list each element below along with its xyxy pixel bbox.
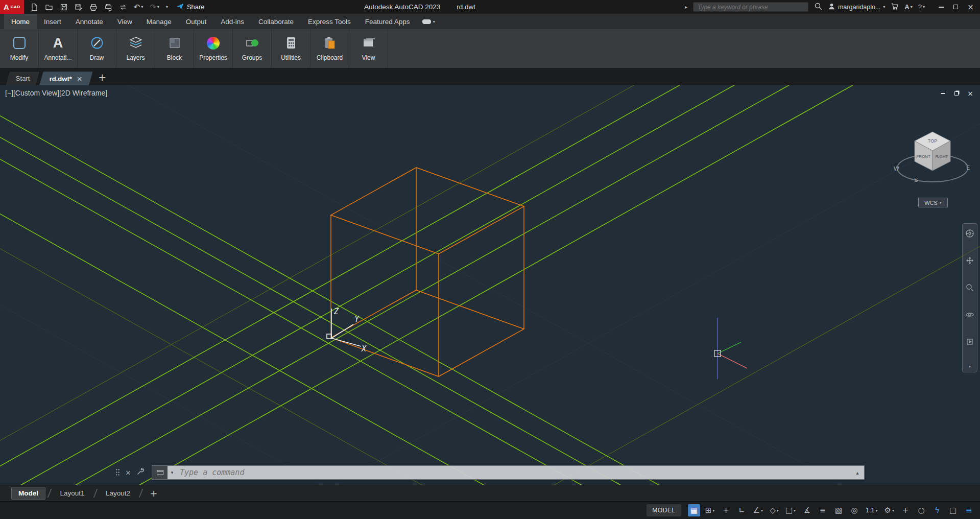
panel-view[interactable]: View (349, 29, 388, 68)
tab-insert[interactable]: Insert (37, 14, 68, 29)
layout-tab-layout2[interactable]: Layout2 (99, 487, 137, 499)
polar-caret-icon[interactable]: ▾ (761, 508, 763, 513)
recent-commands-caret-icon[interactable]: ▾ (168, 470, 177, 475)
transparency-toggle[interactable]: ▧ (832, 504, 845, 516)
workspace-settings-button[interactable]: ⚙▾ (883, 504, 896, 516)
pan-icon[interactable] (965, 256, 974, 265)
command-history-caret-icon[interactable]: ▴ (851, 470, 864, 476)
minimize-button[interactable] (934, 0, 948, 14)
file-tab-start[interactable]: Start (5, 71, 40, 85)
file-tab-close-icon[interactable]: × (77, 75, 83, 83)
help-button[interactable]: ? ▾ (918, 3, 925, 11)
customize-qat-caret-icon[interactable]: ▾ (166, 5, 168, 9)
redo-caret-icon[interactable]: ▾ (157, 5, 159, 9)
viewport-view-button[interactable]: [Custom View] (13, 89, 59, 97)
cart-icon[interactable] (891, 2, 899, 12)
close-button[interactable]: × (963, 0, 978, 14)
navbar-more-caret-icon[interactable]: ▾ (969, 364, 971, 369)
viewcube-cube[interactable] (915, 132, 950, 171)
layout-tab-model[interactable]: Model (11, 487, 45, 500)
tab-featured-apps[interactable]: Featured Apps (358, 14, 417, 29)
selection-cycling-toggle[interactable]: ◎ (848, 504, 861, 516)
zoom-icon[interactable] (965, 283, 974, 292)
workspace-caret-icon[interactable]: ▾ (892, 508, 894, 513)
clean-screen-button[interactable]: □ (947, 504, 959, 516)
panel-properties[interactable]: Properties (194, 29, 233, 68)
layout-tab-layout1[interactable]: Layout1 (54, 487, 91, 499)
new-file-tab-button[interactable]: + (98, 72, 106, 83)
tab-collaborate[interactable]: Collaborate (251, 14, 301, 29)
viewport-close-button[interactable]: × (967, 90, 974, 97)
viewport-restore-button[interactable] (953, 90, 960, 97)
new-layout-button[interactable]: + (150, 488, 158, 499)
show-motion-icon[interactable] (965, 337, 974, 346)
panel-annotation[interactable]: A Annotati... (39, 29, 78, 68)
viewport-menu-button[interactable]: [−] (5, 89, 13, 97)
annotation-scale-button[interactable]: 1:1▾ (864, 504, 879, 516)
object-snap-tracking-toggle[interactable]: ∡ (801, 504, 813, 516)
ribbon-display-toggle[interactable]: ▾ (422, 14, 435, 29)
viewport-visual-style-button[interactable]: [2D Wireframe] (59, 89, 107, 97)
tab-manage[interactable]: Manage (139, 14, 179, 29)
plot-preview-icon[interactable] (104, 3, 112, 11)
autodesk-app-button[interactable]: A ▾ (904, 3, 912, 11)
panel-block[interactable]: Block (155, 29, 194, 68)
user-account-button[interactable]: margaridaplo... ▾ (828, 3, 885, 12)
wcs-dropdown[interactable]: WCS ▾ (918, 198, 948, 207)
panel-draw[interactable]: Draw (78, 29, 116, 68)
isodraft-toggle[interactable]: ◇▾ (768, 504, 780, 516)
new-file-icon[interactable] (30, 3, 38, 11)
app-menu-logo[interactable]: A CAD (0, 0, 24, 14)
search-icon[interactable] (814, 2, 822, 12)
command-line-close-icon[interactable]: × (125, 468, 131, 477)
panel-clipboard[interactable]: Clipboard (310, 29, 349, 68)
save-icon[interactable] (60, 3, 68, 11)
workspace-switch-icon[interactable] (119, 3, 127, 11)
plot-icon[interactable] (89, 3, 98, 11)
undo-caret-icon[interactable]: ▾ (141, 5, 143, 9)
command-line-drag-handle[interactable] (115, 468, 120, 477)
panel-layers[interactable]: Layers (116, 29, 155, 68)
lineweight-toggle[interactable]: ≡ (817, 504, 829, 516)
maximize-button[interactable] (948, 0, 963, 14)
tab-home[interactable]: Home (4, 14, 37, 29)
add-customization-button[interactable]: + (899, 504, 912, 516)
orbit-icon[interactable] (965, 310, 974, 319)
command-line-icon-button[interactable] (152, 466, 168, 479)
search-input[interactable] (694, 4, 808, 11)
polar-tracking-toggle[interactable]: ∠▾ (751, 504, 764, 516)
command-input[interactable] (177, 468, 851, 477)
isodraft-caret-icon[interactable]: ▾ (777, 508, 779, 513)
file-tab-active-doc[interactable]: rd.dwt* × (39, 71, 93, 85)
tab-output[interactable]: Output (179, 14, 214, 29)
open-folder-icon[interactable] (45, 3, 53, 11)
graphics-performance-button[interactable]: ϟ (931, 504, 943, 516)
navigation-wheel-icon[interactable] (965, 229, 974, 238)
search-history-icon[interactable]: ▸ (685, 4, 687, 10)
redo-button[interactable]: ↷ ▾ (150, 3, 159, 12)
panel-modify[interactable]: Modify (0, 29, 39, 68)
tab-express-tools[interactable]: Express Tools (301, 14, 358, 29)
tab-view[interactable]: View (110, 14, 139, 29)
object-snap-toggle[interactable]: □▾ (784, 504, 797, 516)
wireframe-box[interactable] (331, 168, 524, 376)
grid-display-toggle[interactable]: ▦ (688, 504, 700, 516)
command-line-customize-wrench-icon[interactable] (136, 467, 145, 478)
panel-groups[interactable]: Groups (233, 29, 272, 68)
tab-annotate[interactable]: Annotate (68, 14, 110, 29)
tab-add-ins[interactable]: Add-ins (213, 14, 251, 29)
snap-caret-icon[interactable]: ▾ (712, 508, 714, 513)
undo-button[interactable]: ↶ ▾ (134, 3, 144, 12)
model-space-button[interactable]: MODEL (647, 504, 681, 516)
object-snap-caret-icon[interactable]: ▾ (794, 508, 796, 513)
share-button[interactable]: Share (176, 3, 205, 12)
snap-mode-toggle[interactable]: ⊞▾ (704, 504, 716, 516)
panel-utilities[interactable]: Utilities (272, 29, 310, 68)
infer-constraints-toggle[interactable]: + (720, 504, 732, 516)
isolate-objects-button[interactable]: ○ (915, 504, 927, 516)
annotation-scale-caret-icon[interactable]: ▾ (876, 508, 878, 513)
drawing-canvas[interactable]: Z Y X [−] [Custom View] [2D Wireframe] ×… (0, 85, 980, 485)
save-as-icon[interactable] (75, 3, 83, 11)
status-bar-menu-button[interactable]: ≡ (963, 504, 975, 516)
viewport-minimize-button[interactable] (939, 90, 946, 97)
